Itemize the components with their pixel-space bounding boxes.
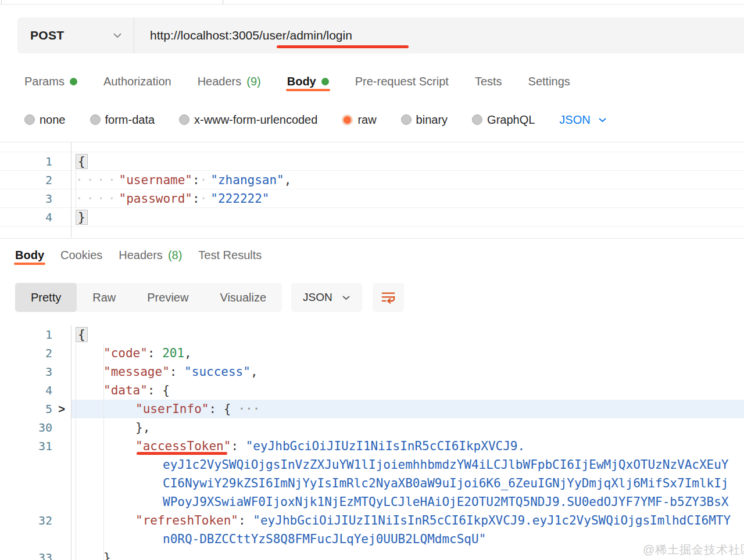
line-number: 1 <box>0 152 52 170</box>
view-mode-visualize[interactable]: Visualize <box>204 283 282 312</box>
method-selector[interactable]: POST <box>17 17 134 53</box>
code-line-content[interactable]: { <box>71 152 744 170</box>
view-mode-pretty[interactable]: Pretty <box>15 283 77 312</box>
tab-params[interactable]: Params <box>24 75 77 88</box>
body-type-raw[interactable]: raw <box>342 113 376 127</box>
tab-label: Authorization <box>103 75 171 88</box>
code-token-punc: : { <box>148 383 170 397</box>
wrap-lines-button[interactable] <box>373 283 404 312</box>
view-mode-group: PrettyRawPreviewVisualize <box>15 283 282 312</box>
response-tab-label: Headers <box>119 249 163 262</box>
code-line-content[interactable]: }, <box>71 418 744 437</box>
indent-guide <box>76 170 76 207</box>
tab-body[interactable]: Body <box>287 75 329 88</box>
code-line-content[interactable]: } <box>71 208 744 226</box>
code-line-content[interactable]: { <box>71 325 744 344</box>
code-token-str: "eyJhbGciOiJIUzI1NiIsInR5cCI6IkpXVCJ9. <box>246 439 525 453</box>
code-line-content[interactable]: "message": "success", <box>71 362 744 381</box>
chevron-down-icon <box>342 295 350 300</box>
code-line-content[interactable]: WPoyJ9XSwiaWF0IjoxNjk1NjEzMTQyLCJleHAiOj… <box>71 493 744 511</box>
code-token-punc: : <box>192 173 200 187</box>
body-type-form-data[interactable]: form-data <box>90 113 155 127</box>
response-tab-label: Test Results <box>198 249 262 262</box>
fold-gutter <box>52 171 71 189</box>
code-line: 33} <box>0 548 744 560</box>
body-type-x-www-form-urlencoded[interactable]: x-www-form-urlencoded <box>179 113 317 127</box>
fold-gutter <box>52 362 71 381</box>
divider <box>0 142 744 142</box>
fold-gutter <box>52 152 71 170</box>
response-view-bar: PrettyRawPreviewVisualize JSON <box>15 283 404 312</box>
tab-headers[interactable]: Headers(9) <box>198 75 261 88</box>
response-language-selector[interactable]: JSON <box>291 283 362 312</box>
code-token-punc: : <box>231 439 245 453</box>
code-line: n0RQ-DBZCCttYzS8Q8FMFucJLqYej0UUB2LQMdmc… <box>0 530 744 548</box>
code-line-content[interactable]: "refreshToken": "eyJhbGciOiJIUzI1NiIsInR… <box>71 511 744 530</box>
response-tab-body[interactable]: Body <box>15 249 44 262</box>
line-number: 5 <box>0 400 52 418</box>
tab-label: Params <box>24 75 65 88</box>
line-number: 3 <box>0 362 52 381</box>
body-type-graphql[interactable]: GraphQL <box>472 113 535 127</box>
body-type-label: binary <box>416 113 448 127</box>
line-number: 33 <box>0 548 52 560</box>
tab-settings[interactable]: Settings <box>528 75 570 88</box>
response-tab-cookies[interactable]: Cookies <box>60 249 102 262</box>
body-type-label: x-www-form-urlencoded <box>194 113 317 127</box>
gutter-divider <box>71 142 71 238</box>
fold-gutter <box>52 530 71 548</box>
code-line: WPoyJ9XSwiaWF0IjoxNjk1NjEzMTQyLCJleHAiOj… <box>0 493 744 511</box>
request-body-editor: 1{2····"username":·"zhangsan",3····"pass… <box>0 152 744 227</box>
code-line-content[interactable]: "userInfo": {··· <box>71 400 744 418</box>
line-number: 2 <box>0 344 52 362</box>
code-line-content[interactable]: eyJ1c2VySWQiOjgsInVzZXJuYW1lIjoiemhhbmdz… <box>71 455 744 474</box>
code-line: CI6NywiY29kZSI6ImNjYyIsImRlc2NyaXB0aW9uI… <box>0 474 744 493</box>
response-tab-label: Cookies <box>60 249 102 262</box>
body-type-binary[interactable]: binary <box>401 113 448 127</box>
code-line-content[interactable]: CI6NywiY29kZSI6ImNjYyIsImRlc2NyaXB0aW9uI… <box>71 474 744 493</box>
body-type-none[interactable]: none <box>24 113 66 127</box>
code-line: 32"refreshToken": "eyJhbGciOiJIUzI1NiIsI… <box>0 511 744 530</box>
view-mode-raw[interactable]: Raw <box>77 283 131 312</box>
code-line: 3"message": "success", <box>0 362 744 381</box>
view-mode-preview[interactable]: Preview <box>131 283 204 312</box>
code-token-punc: , <box>251 365 258 379</box>
code-line-content[interactable]: ····"password":·"222222" <box>71 189 744 207</box>
code-line-content[interactable]: ····"username":·"zhangsan", <box>71 171 744 189</box>
radio-unselected-icon <box>179 114 189 125</box>
wrap-lines-icon <box>379 288 398 307</box>
fold-gutter <box>52 208 71 226</box>
request-url-bar: POST http://localhost:3005/user/admin/lo… <box>17 17 744 53</box>
tab-count-badge: (8) <box>168 249 182 262</box>
tab-authorization[interactable]: Authorization <box>103 75 171 88</box>
line-number: 32 <box>0 511 52 530</box>
response-tab-headers[interactable]: Headers(8) <box>119 249 182 262</box>
fold-chevron-icon[interactable]: > <box>52 400 71 418</box>
line-number: 2 <box>0 171 52 189</box>
request-tabs: ParamsAuthorizationHeaders(9)BodyPre-req… <box>24 67 570 95</box>
code-line: 5>"userInfo": {··· <box>0 400 744 418</box>
raw-language-selector[interactable]: JSON <box>559 113 606 127</box>
code-line: eyJ1c2VySWQiOjgsInVzZXJuYW1lIjoiemhhbmdz… <box>0 455 744 474</box>
body-type-label: raw <box>357 113 376 127</box>
code-line-content[interactable]: "code": 201, <box>71 344 744 362</box>
divider <box>0 238 744 239</box>
fold-gutter <box>52 437 71 455</box>
response-tab-test-results[interactable]: Test Results <box>198 249 262 262</box>
line-number <box>0 493 52 511</box>
fold-gutter <box>52 548 71 560</box>
code-token-str: "zhangsan" <box>210 173 284 187</box>
fold-gutter <box>52 455 71 474</box>
code-token-punc: } <box>103 551 111 560</box>
code-line: 4"data": { <box>0 381 744 400</box>
tab-pre-request-script[interactable]: Pre-request Script <box>355 75 449 88</box>
tab-tests[interactable]: Tests <box>475 75 502 88</box>
code-token-punc: : <box>192 192 200 206</box>
tab-label: Pre-request Script <box>355 75 449 88</box>
radio-unselected-icon <box>401 114 412 125</box>
code-line: 1{ <box>0 325 744 344</box>
fold-gutter <box>52 418 71 437</box>
code-line-content[interactable]: "data": { <box>71 381 744 400</box>
url-input[interactable]: http://localhost:3005/user/admin/login <box>134 28 352 42</box>
code-line-content[interactable]: "accessToken": "eyJhbGciOiJIUzI1NiIsInR5… <box>71 437 744 455</box>
